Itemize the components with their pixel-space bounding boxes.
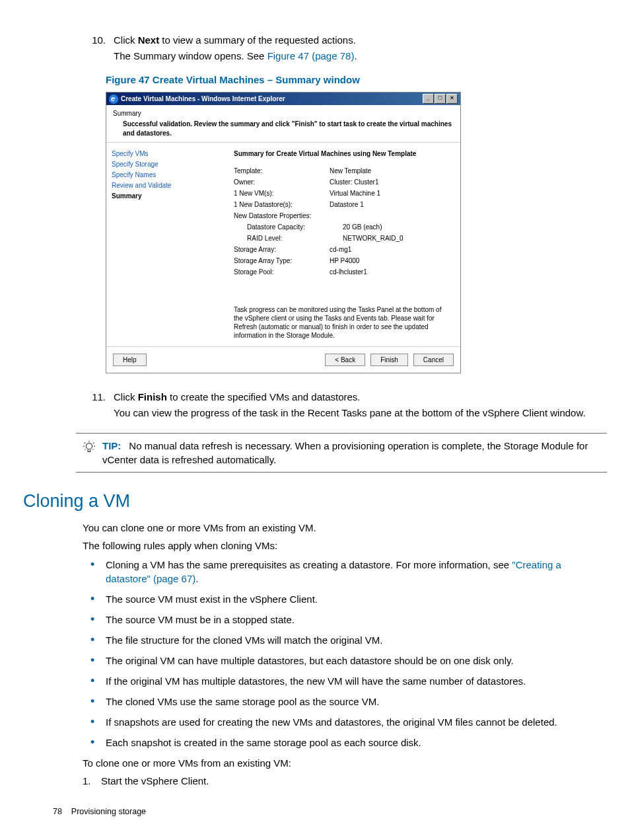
wizard-nav: Specify VMs Specify Storage Specify Name…	[106, 143, 226, 346]
list-item: The original VM can have multiple datast…	[83, 654, 607, 668]
step-10-line2: The Summary window opens. See Figure 47 …	[23, 49, 607, 63]
nav-summary[interactable]: Summary	[112, 192, 221, 201]
window-titlebar: Create Virtual Machines - Windows Intern…	[106, 93, 460, 105]
screenshot-window: Create Virtual Machines - Windows Intern…	[106, 92, 461, 373]
summary-row: New Datastore Properties:	[234, 211, 452, 221]
summary-key: Storage Array:	[234, 245, 330, 254]
tip-label: TIP:	[102, 440, 129, 451]
list-item: The cloned VMs use the same storage pool…	[83, 695, 607, 708]
svg-line-6	[85, 449, 86, 450]
svg-line-7	[93, 449, 94, 450]
nav-specify-storage[interactable]: Specify Storage	[112, 160, 221, 169]
summary-row: Storage Array Type:HP P4000	[234, 256, 452, 266]
body-paragraph: To clone one or more VMs from an existin…	[83, 756, 607, 770]
back-button[interactable]: < Back	[325, 354, 365, 366]
summary-value: Virtual Machine 1	[330, 189, 452, 198]
summary-row: Datastore Capacity:20 GB (each)	[234, 223, 452, 232]
summary-value: Cluster: Cluster1	[330, 178, 452, 187]
summary-value: cd-lhcluster1	[330, 268, 452, 277]
svg-point-0	[86, 443, 92, 449]
bullet-text: Cloning a VM has the same prerequisites …	[106, 559, 512, 570]
summary-title: Summary for Create Virtual Machines usin…	[234, 149, 452, 159]
close-icon[interactable]: ×	[446, 94, 458, 104]
list-item: Cloning a VM has the same prerequisites …	[83, 558, 607, 586]
summary-value	[330, 211, 452, 221]
bullet-text: .	[195, 573, 198, 584]
page-number: 78	[53, 807, 62, 816]
summary-row: Storage Pool:cd-lhcluster1	[234, 268, 452, 277]
step-11-line2: You can view the progress of the task in…	[23, 406, 607, 420]
page-footer: 78 Provisioning storage	[23, 806, 607, 818]
minimize-icon[interactable]: _	[423, 94, 434, 104]
list-item: The source VM must exist in the vSphere …	[83, 592, 607, 606]
summary-value: Datastore 1	[330, 200, 452, 210]
nav-specify-vms[interactable]: Specify VMs	[112, 149, 221, 159]
cancel-button[interactable]: Cancel	[413, 354, 454, 366]
step-text: Click	[114, 34, 138, 46]
summary-key: Storage Pool:	[234, 268, 330, 277]
summary-row: Owner:Cluster: Cluster1	[234, 178, 452, 187]
nav-specify-names[interactable]: Specify Names	[112, 171, 221, 180]
summary-row: Template:New Template	[234, 167, 452, 176]
tip-callout: TIP:No manual data refresh is necessary.…	[76, 433, 607, 473]
list-item: If snapshots are used for creating the n…	[83, 715, 607, 729]
list-item: Each snapshot is created in the same sto…	[83, 736, 607, 749]
list-item: The source VM must be in a stopped state…	[83, 613, 607, 627]
body-paragraph: You can clone one or more VMs from an ex…	[83, 521, 607, 535]
summary-key: Datastore Capacity:	[234, 223, 343, 232]
step-text: Click	[114, 391, 138, 402]
step-text: You can view the progress of the task in…	[114, 406, 607, 420]
summary-key: 1 New Datastore(s):	[234, 200, 330, 210]
step-text: Start the vSphere Client.	[101, 774, 209, 788]
nav-review-validate[interactable]: Review and Validate	[112, 181, 221, 190]
summary-key: Owner:	[234, 178, 330, 187]
step-text: .	[354, 50, 357, 61]
wizard-header: Summary Successful validation. Review th…	[106, 105, 460, 143]
footer-section: Provisioning storage	[71, 807, 146, 816]
summary-row: Storage Array:cd-mg1	[234, 245, 452, 254]
wizard-header-title: Summary	[113, 109, 454, 118]
help-button[interactable]: Help	[113, 354, 147, 366]
step-10: 10. Click Next to view a summary of the …	[23, 33, 607, 47]
summary-key: 1 New VM(s):	[234, 189, 330, 198]
summary-value: HP P4000	[330, 256, 452, 266]
summary-value: New Template	[330, 167, 452, 176]
summary-key: RAID Level:	[234, 234, 343, 243]
step-bold: Finish	[138, 391, 167, 402]
step-number: 10.	[23, 33, 114, 47]
summary-row: 1 New VM(s):Virtual Machine 1	[234, 189, 452, 198]
step-number: 11.	[23, 390, 114, 404]
body-paragraph: The following rules apply when cloning V…	[83, 539, 607, 553]
list-item: If the original VM has multiple datastor…	[83, 674, 607, 688]
summary-value: NETWORK_RAID_0	[343, 234, 452, 243]
maximize-icon[interactable]: □	[435, 94, 446, 104]
summary-note: Task progress can be monitored using the…	[234, 279, 452, 340]
svg-line-2	[85, 443, 85, 443]
summary-value: cd-mg1	[330, 245, 452, 254]
step-text: to view a summary of the requested actio…	[159, 34, 356, 46]
tip-text: No manual data refresh is necessary. Whe…	[102, 440, 588, 465]
finish-button[interactable]: Finish	[370, 354, 408, 366]
figure-link[interactable]: Figure 47 (page 78)	[267, 50, 355, 61]
svg-line-3	[93, 443, 94, 443]
wizard-footer: Help < Back Finish Cancel	[106, 346, 460, 373]
window-title: Create Virtual Machines - Windows Intern…	[121, 95, 423, 104]
summary-key: Template:	[234, 167, 330, 176]
ie-icon	[109, 95, 118, 104]
list-item: The file structure for the cloned VMs wi…	[83, 633, 607, 647]
list-item: 1. Start the vSphere Client.	[83, 774, 607, 788]
step-number: 1.	[83, 774, 101, 788]
summary-value: 20 GB (each)	[343, 223, 452, 232]
summary-row: 1 New Datastore(s):Datastore 1	[234, 200, 452, 210]
wizard-header-subtitle: Successful validation. Review the summar…	[113, 120, 454, 138]
figure-caption: Figure 47 Create Virtual Machines – Summ…	[106, 73, 607, 87]
summary-key: New Datastore Properties:	[234, 211, 330, 221]
tip-icon	[76, 439, 102, 467]
summary-key: Storage Array Type:	[234, 256, 330, 266]
numbered-step-list: 1. Start the vSphere Client.	[83, 774, 607, 788]
wizard-content: Summary for Create Virtual Machines usin…	[226, 143, 460, 346]
step-11: 11. Click Finish to create the specified…	[23, 390, 607, 404]
step-text: The Summary window opens. See	[114, 50, 267, 61]
section-heading: Cloning a VM	[23, 489, 607, 514]
summary-row: RAID Level:NETWORK_RAID_0	[234, 234, 452, 243]
